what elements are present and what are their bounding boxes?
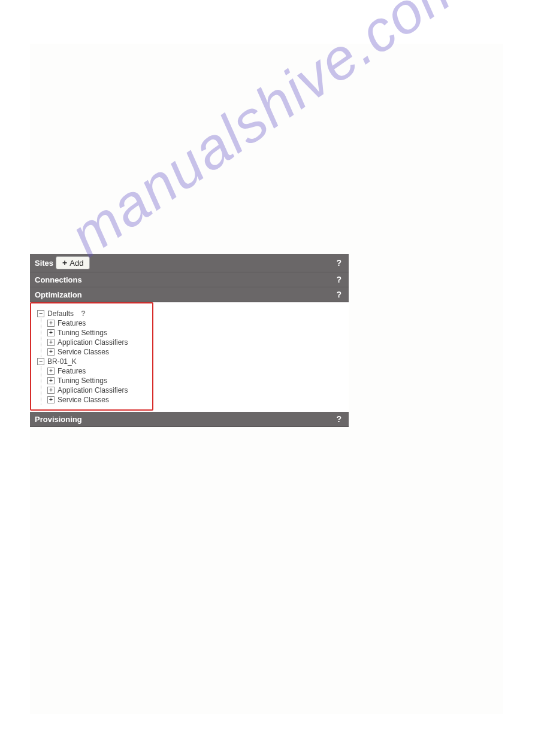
tuning-label: Tuning Settings [57,377,107,385]
panel-container: Sites + Add ? Connections ? Optimization… [30,254,349,427]
expand-icon[interactable]: + [47,387,55,394]
provisioning-help-icon[interactable]: ? [336,414,344,424]
optimization-tree-wrapper: − Defaults ? + Features + Tuning Setting… [30,302,349,412]
collapse-icon[interactable]: − [37,310,44,317]
add-button-label: Add [69,259,83,268]
tuning-label: Tuning Settings [57,329,107,337]
optimization-section-header[interactable]: Optimization ? [30,287,349,302]
expand-icon[interactable]: + [47,320,55,327]
br01k-children: + Features + Tuning Settings + Applicati… [41,366,152,405]
defaults-help-icon[interactable]: ? [81,309,86,318]
plus-icon: + [62,258,67,268]
expand-icon[interactable]: + [47,348,55,356]
tree-node-br01k-tuning[interactable]: + Tuning Settings [47,376,152,385]
service-label: Service Classes [57,348,109,356]
classifiers-label: Application Classifiers [57,338,128,347]
add-site-button[interactable]: + Add [56,256,90,269]
tree-node-defaults-classifiers[interactable]: + Application Classifiers [47,338,152,347]
expand-icon[interactable]: + [47,329,55,336]
features-label: Features [57,367,86,375]
sites-section-header[interactable]: Sites + Add ? [30,254,349,272]
expand-icon[interactable]: + [47,368,55,375]
optimization-help-icon[interactable]: ? [336,290,344,299]
expand-icon[interactable]: + [47,377,55,384]
provisioning-section-header[interactable]: Provisioning ? [30,412,349,427]
features-label: Features [57,319,86,327]
tree-node-defaults-service[interactable]: + Service Classes [47,347,152,357]
provisioning-label: Provisioning [35,415,82,424]
service-label: Service Classes [57,396,109,404]
optimization-tree: − Defaults ? + Features + Tuning Setting… [30,302,153,411]
connections-help-icon[interactable]: ? [336,275,344,284]
tree-node-br01k-classifiers[interactable]: + Application Classifiers [47,385,152,395]
connections-header-left: Connections [35,275,82,284]
connections-label: Connections [35,275,82,284]
expand-icon[interactable]: + [47,339,55,346]
tree-node-defaults[interactable]: − Defaults ? [37,308,152,318]
classifiers-label: Application Classifiers [57,386,128,394]
optimization-header-left: Optimization [35,290,82,299]
collapse-icon[interactable]: − [37,358,44,365]
defaults-children: + Features + Tuning Settings + Applicati… [41,318,152,357]
tree-node-br01k-features[interactable]: + Features [47,366,152,376]
tree-node-br01k-service[interactable]: + Service Classes [47,395,152,405]
sites-header-left: Sites + Add [35,256,90,269]
tree-node-br01k[interactable]: − BR-01_K [37,357,152,366]
defaults-label: Defaults [47,309,74,318]
sites-label: Sites [35,259,53,268]
expand-icon[interactable]: + [47,396,55,403]
tree-node-defaults-tuning[interactable]: + Tuning Settings [47,328,152,338]
br01k-label: BR-01_K [47,357,77,366]
provisioning-header-left: Provisioning [35,415,82,424]
connections-section-header[interactable]: Connections ? [30,272,349,287]
optimization-label: Optimization [35,290,82,299]
tree-node-defaults-features[interactable]: + Features [47,318,152,328]
sites-help-icon[interactable]: ? [336,258,344,268]
